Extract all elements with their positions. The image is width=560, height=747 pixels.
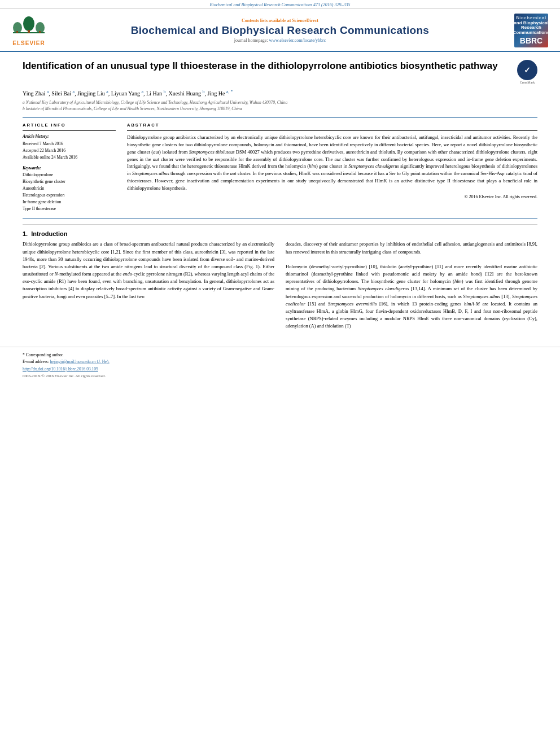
history-label: Article history:	[23, 134, 116, 139]
introduction-body: Dithiolopyrrolone group antibiotics are …	[23, 241, 537, 330]
journal-header: ELSEVIER Contents lists available at Sci…	[0, 9, 560, 52]
article-title: Identification of an unusual type II thi…	[23, 60, 511, 72]
keyword-1: Dithiolopyrrolone	[23, 172, 116, 178]
journal-title: Biochemical and Biophysical Research Com…	[54, 24, 506, 37]
intro-right-col: decades, discovery of their antitumor pr…	[286, 241, 537, 330]
journal-homepage: journal homepage: www.elsevier.com/locat…	[54, 38, 506, 43]
introduction-title: 1. Introduction	[23, 230, 537, 237]
affiliation-b: b Institute of Microbial Pharmaceuticals…	[23, 106, 537, 112]
accepted-date: Accepted 22 March 2016	[23, 147, 116, 154]
footer-issn: 0006-291X/© 2016 Elsevier Inc. All right…	[23, 373, 537, 379]
svg-rect-4	[28, 30, 30, 33]
article-info-box: Article history: Received 7 March 2016 A…	[23, 130, 116, 161]
intro-left-text: Dithiolopyrrolone group antibiotics are …	[23, 241, 274, 300]
email-label: E-mail address:	[23, 359, 49, 364]
bbrc-box: Biochemical and Biophysical Research Com…	[514, 14, 548, 47]
received-date: Received 7 March 2016	[23, 141, 116, 147]
abstract-box: Dithiolopyrrolone group antibiotics char…	[127, 130, 537, 199]
elsevier-wordmark: ELSEVIER	[12, 40, 45, 46]
keyword-4: Heterologous expression	[23, 192, 116, 199]
article-info-header: ARTICLE INFO	[23, 123, 116, 128]
keyword-2: Biosynthetic gene cluster	[23, 178, 116, 185]
svg-point-2	[23, 16, 34, 31]
authors-text: Ying Zhai a, Silei Bai a, Jingjing Liu a…	[23, 90, 233, 97]
footer-corresponding: * Corresponding author.	[23, 352, 537, 358]
copyright-text: © 2016 Elsevier Inc. All rights reserved…	[127, 194, 537, 199]
journal-citation-bar: Biochemical and Biophysical Research Com…	[0, 0, 560, 9]
footer-doi: http://dx.doi.org/10.1016/j.bbrc.2016.03…	[23, 366, 537, 372]
keywords-label: Keywords:	[23, 165, 116, 171]
journal-citation-text: Biochemical and Biophysical Research Com…	[210, 2, 351, 7]
intro-right-text: decades, discovery of their antitumor pr…	[286, 241, 537, 330]
journal-header-center: Contents lists available at ScienceDirec…	[54, 18, 506, 43]
corresponding-label: * Corresponding author.	[23, 352, 64, 357]
affiliation-a: a National Key Laboratory of Agricultura…	[23, 100, 537, 106]
section-divider	[23, 218, 537, 219]
sciencedirect-brand: ScienceDirect	[292, 18, 318, 23]
introduction-section: 1. Introduction Dithiolopyrrolone group …	[23, 224, 537, 330]
info-abstract-section: ARTICLE INFO Article history: Received 7…	[23, 117, 537, 212]
intro-left-col: Dithiolopyrrolone group antibiotics are …	[23, 241, 274, 330]
article-title-section: Identification of an unusual type II thi…	[23, 58, 537, 84]
sciencedirect-line: Contents lists available at ScienceDirec…	[54, 18, 506, 23]
svg-rect-5	[16, 31, 18, 33]
elsevier-tree-icon	[12, 15, 46, 39]
keywords-section: Keywords: Dithiolopyrrolone Biosynthetic…	[23, 165, 116, 212]
svg-rect-6	[39, 31, 41, 33]
keyword-5: In-frame gene deletion	[23, 199, 116, 206]
doi-link[interactable]: http://dx.doi.org/10.1016/j.bbrc.2016.03…	[23, 366, 537, 372]
elsevier-logo: ELSEVIER	[9, 15, 49, 46]
main-content: Identification of an unusual type II thi…	[0, 52, 560, 341]
section-number: 1.	[23, 230, 28, 237]
abstract-header: ABSTRACT	[127, 123, 537, 128]
crossmark-icon: ✓	[517, 60, 537, 80]
keyword-6: Type II thioesterase	[23, 206, 116, 212]
email-link[interactable]: hejingji@mail.hzau.edu.cn (J. He).	[50, 359, 110, 364]
homepage-link[interactable]: www.elsevier.com/locate/ybbrc	[269, 38, 326, 43]
section-title: Introduction	[31, 230, 67, 237]
page-footer: * Corresponding author. E-mail address: …	[0, 347, 560, 381]
available-date: Available online 24 March 2016	[23, 154, 116, 161]
footer-email-line: E-mail address: hejingji@mail.hzau.edu.c…	[23, 359, 537, 365]
keywords-list: Dithiolopyrrolone Biosynthetic gene clus…	[23, 172, 116, 212]
homepage-label: journal homepage:	[234, 38, 269, 43]
authors-line: Ying Zhai a, Silei Bai a, Jingjing Liu a…	[23, 89, 537, 98]
bbrc-logo: Biochemical and Biophysical Research Com…	[511, 14, 551, 47]
abstract-column: ABSTRACT Dithiolopyrrolone group antibio…	[127, 123, 537, 212]
crossmark-badge: ✓ CrossMark	[517, 60, 537, 84]
article-info-column: ARTICLE INFO Article history: Received 7…	[23, 123, 116, 212]
abstract-text: Dithiolopyrrolone group antibiotics char…	[127, 134, 537, 191]
keyword-3: Aureothricin	[23, 185, 116, 192]
sciencedirect-label: Contents lists available at	[242, 18, 292, 23]
affiliations: a National Key Laboratory of Agricultura…	[23, 100, 537, 112]
bbrc-acronym: BBRC	[513, 37, 550, 45]
